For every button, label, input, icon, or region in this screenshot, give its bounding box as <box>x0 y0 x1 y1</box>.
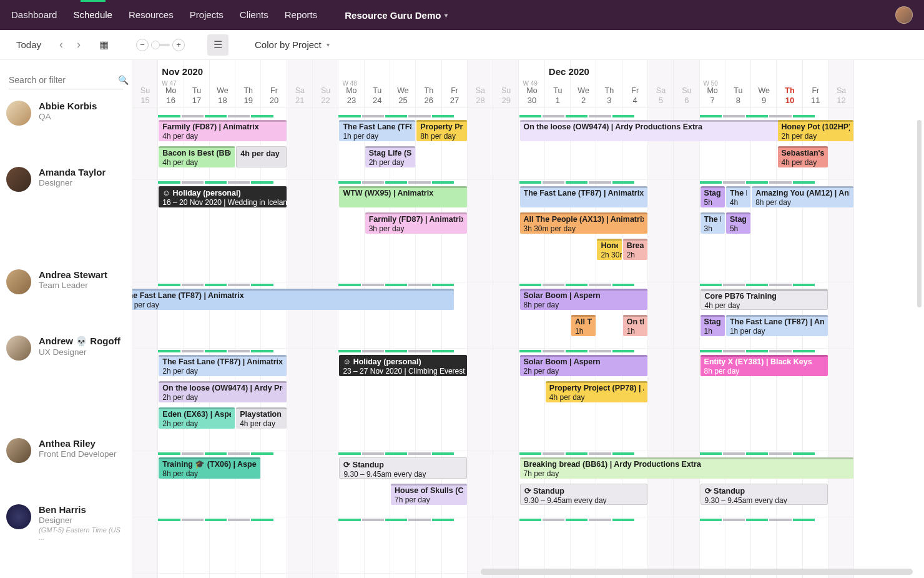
booking[interactable]: 4h per day <box>236 146 287 167</box>
booking[interactable]: Entity X (EY381) | Black Keys8h per day <box>700 355 828 376</box>
person-row[interactable]: Amanda TaylorDesigner <box>0 161 132 263</box>
user-avatar[interactable] <box>895 6 913 24</box>
booking-title: ☺ Holiday (personal) <box>162 189 283 197</box>
person-row[interactable]: Abbie KorbisQA <box>0 94 132 161</box>
booking[interactable]: On the loose (OW9474) | Ardy Productions… <box>159 381 287 402</box>
booking[interactable]: The Fast Lane (TF87) | Animatrix1h per d… <box>339 120 415 141</box>
booking[interactable]: The Fast Lane (TF87) | Animatrix2h per d… <box>159 355 287 376</box>
booking[interactable]: ☺ Holiday (personal)16 – 20 Nov 2020 | W… <box>159 186 287 207</box>
booking[interactable]: Playstation Eve4h per day <box>236 407 287 429</box>
booking[interactable]: The Fast4h <box>726 186 750 207</box>
list-toggle-button[interactable]: ☰ <box>207 34 229 56</box>
booking-detail: 5h <box>730 224 747 233</box>
person-name: Abbie Korbis <box>39 101 97 111</box>
booking[interactable]: Stag Life5h <box>726 212 750 234</box>
search-input[interactable] <box>9 75 118 85</box>
booking[interactable]: The Fast Lane (TF87) | Animatrix <box>520 186 648 207</box>
person-role: Front End Developer <box>39 449 117 459</box>
booking-title: Core PB76 Training <box>705 292 824 301</box>
booking[interactable]: Solar Boom | Aspern2h per day <box>520 355 648 376</box>
booking[interactable]: ☺ Holiday (personal)23 – 27 Nov 2020 | C… <box>339 355 467 376</box>
vertical-scrollbar[interactable] <box>917 120 922 307</box>
booking[interactable]: The Fast3h <box>700 212 725 234</box>
nav-reports[interactable]: Reports <box>285 9 318 21</box>
booking[interactable]: Training 🎓 (TX06) | Aspern8h per day <box>159 457 260 479</box>
booking[interactable]: Honey Pot (102HP) | Bee2h per day <box>778 120 854 141</box>
booking[interactable]: Breaking2h <box>623 239 647 260</box>
person-timezone: (GMT-5) Eastern Time (US ... <box>39 526 123 541</box>
booking[interactable]: Property Project8h per day <box>416 120 467 141</box>
booking-title: Training 🎓 (TX06) | Aspern <box>162 460 257 469</box>
nav-projects[interactable]: Projects <box>190 9 224 21</box>
booking[interactable]: Amazing You (AM12) | Animatrix8h per day <box>752 186 853 207</box>
schedule-row: The Fast Lane (TF87) | Animatrix8h per d… <box>132 282 854 349</box>
nav-schedule[interactable]: Schedule <box>73 9 112 21</box>
booking[interactable]: The Fast Lane (TF87) | Animatrix8h per d… <box>132 289 454 310</box>
booking[interactable]: Stag Life (SL13)2h per day <box>365 146 416 167</box>
booking[interactable]: Property Project (PP78) | Aardvark4h per… <box>546 381 647 402</box>
booking[interactable]: Breaking bread (BB61) | Ardy Productions… <box>520 457 854 479</box>
booking[interactable]: Core PB76 Training4h per day <box>700 289 828 310</box>
booking[interactable]: WTW (WX95) | Animatrix <box>339 186 467 207</box>
next-button[interactable]: › <box>71 38 86 51</box>
nav-resources[interactable]: Resources <box>129 9 174 21</box>
day-header: Mo30 <box>519 86 545 105</box>
booking-detail: 2h per day <box>369 158 412 167</box>
search-field[interactable]: 🔍 <box>9 75 123 89</box>
booking-detail: 4h per day <box>240 419 283 428</box>
booking[interactable]: On the1h <box>623 315 647 336</box>
zoom-slider[interactable] <box>151 44 170 46</box>
person-row[interactable]: Andrea StewartTeam Leader <box>0 263 132 329</box>
booking-detail: 3h 30m per day <box>524 224 644 233</box>
calendar-icon[interactable]: ▦ <box>95 39 112 51</box>
today-button[interactable]: Today <box>12 35 45 55</box>
availability-strip <box>338 282 468 287</box>
booking[interactable]: Honey2h 30m <box>597 239 621 260</box>
booking-detail: 2h per day <box>162 367 283 376</box>
availability-strip <box>158 282 287 287</box>
color-by-dropdown[interactable]: Color by Project ▾ <box>255 39 330 50</box>
person-row[interactable]: Ben HarrisDesigner(GMT-5) Eastern Time (… <box>0 498 132 554</box>
booking[interactable]: The Fast Lane (TF87) | Animatrix1h per d… <box>726 315 828 336</box>
booking[interactable]: House of Skulls (City) (HF7h per day <box>391 484 467 505</box>
booking[interactable]: Farmily (FD87) | Animatrix4h per day <box>159 120 287 141</box>
booking[interactable]: Bacon is Best (BB62) | Ardy4h per day <box>159 146 235 167</box>
booking[interactable]: Solar Boom | Aspern8h per day <box>520 289 648 310</box>
account-switcher[interactable]: Resource Guru Demo ▾ <box>345 10 448 21</box>
booking[interactable]: Sebastian's project4h per day <box>778 146 828 167</box>
booking[interactable]: ⟳ Standup9.30 – 9.45am every day <box>520 484 648 505</box>
availability-strip <box>700 517 829 522</box>
nav-dashboard[interactable]: Dashboard <box>11 9 57 21</box>
booking[interactable]: Farmily (FD87) | Animatrix3h per day <box>365 212 467 234</box>
booking-detail: 2h per day <box>162 393 283 402</box>
booking[interactable]: Stag Life5h <box>700 186 725 207</box>
booking[interactable]: Eden (EX63) | Aspern2h per day <box>159 407 235 429</box>
day-header: Su22 <box>313 86 338 105</box>
booking[interactable]: ⟳ Standup9.30 – 9.45am every day <box>339 457 467 479</box>
nav-clients[interactable]: Clients <box>240 9 268 21</box>
day-header: Th26 <box>416 86 441 105</box>
zoom-out-button[interactable]: − <box>136 39 149 51</box>
zoom-in-button[interactable]: + <box>172 39 185 51</box>
booking-title: On the loose (OW9474) | Ardy Productions <box>162 384 283 392</box>
availability-strip <box>158 451 287 456</box>
booking[interactable]: All The1h <box>571 315 596 336</box>
availability-strip <box>519 349 649 354</box>
person-row[interactable]: Andrew 💀 RogoffUX Designer <box>0 329 132 432</box>
booking[interactable]: ⟳ Standup9.30 – 9.45am every day <box>700 484 828 505</box>
booking-title: Breaking <box>627 241 644 250</box>
person-row[interactable]: Anthea RileyFront End Developer <box>0 432 132 498</box>
booking[interactable]: All The People (AX13) | Animatrix3h 30m … <box>520 212 648 234</box>
day-header: We18 <box>210 86 235 105</box>
calendar-scroll[interactable]: Su15Mo16Tu17We18Th19Fr20Sa21Su22Mo23Tu24… <box>132 60 924 578</box>
booking[interactable]: Stag Life1h <box>700 315 725 336</box>
booking-title: All The People (AX13) | Animatrix <box>524 215 644 224</box>
availability-strip <box>338 114 468 119</box>
prev-button[interactable]: ‹ <box>54 38 69 51</box>
day-header: Tu17 <box>184 86 210 105</box>
day-header: Tu1 <box>545 86 571 105</box>
color-by-label: Color by Project <box>255 39 322 50</box>
booking-title: Amazing You (AM12) | Animatrix <box>755 189 850 197</box>
horizontal-scrollbar[interactable] <box>481 569 913 575</box>
week-label: W 48 <box>342 80 356 87</box>
